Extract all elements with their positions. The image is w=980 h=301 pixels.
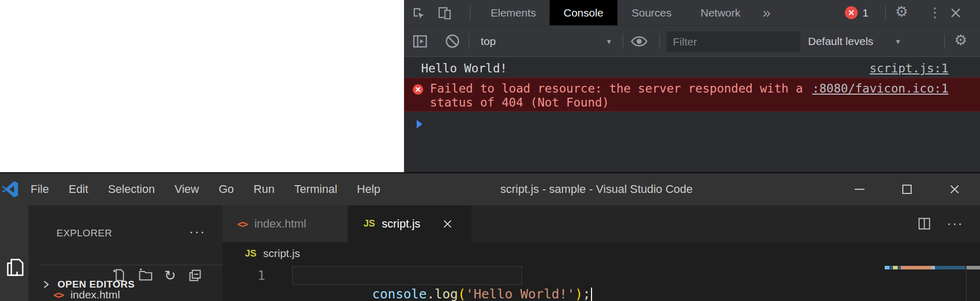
window-title: script.js - sample - Visual Studio Code (500, 173, 693, 205)
close-window-button[interactable] (943, 173, 967, 205)
line-number: 1 (254, 266, 265, 285)
error-badge-icon (845, 6, 858, 19)
error-message-line1: Failed to load resource: the server resp… (430, 82, 803, 95)
inspect-element-icon[interactable] (411, 6, 426, 20)
menu-selection[interactable]: Selection (98, 183, 165, 196)
console-settings-gear-icon[interactable]: ⚙ (954, 33, 967, 48)
error-count: 1 (862, 7, 869, 19)
refresh-icon[interactable]: ↻ (164, 268, 176, 282)
menu-edit[interactable]: Edit (59, 183, 98, 196)
html-file-icon: <> (53, 289, 63, 300)
minimap-separator (966, 266, 967, 301)
code-token-semicolon: ; (583, 287, 590, 301)
split-editor-icon[interactable] (917, 217, 931, 231)
close-icon (949, 184, 960, 195)
console-sidebar-icon[interactable] (412, 33, 428, 50)
new-file-icon[interactable] (111, 268, 126, 282)
menu-go[interactable]: Go (209, 183, 243, 196)
overview-ruler-marker[interactable] (967, 266, 980, 269)
new-folder-icon[interactable] (137, 268, 153, 282)
divider (623, 34, 623, 49)
explorer-more-actions-icon[interactable]: ··· (189, 224, 206, 240)
console-log-row: Hello World! script.js:1 (404, 57, 980, 78)
menu-terminal[interactable]: Terminal (284, 183, 347, 196)
collapse-all-icon[interactable] (188, 268, 202, 282)
device-toolbar-icon[interactable] (437, 5, 453, 21)
explorer-sidebar: EXPLORER ··· OPEN EDITORS SAMPLE ↻ <> in… (28, 205, 223, 301)
code-area[interactable]: 1 console.log('Hello World!'); (223, 265, 980, 301)
divider (659, 34, 660, 49)
explorer-files-icon[interactable] (2, 256, 25, 279)
minimize-icon (855, 189, 864, 190)
more-tabs-icon[interactable]: » (755, 0, 778, 25)
text-cursor (591, 288, 592, 301)
context-selector-dropdown[interactable]: top ▼ (477, 26, 616, 57)
devtools-tabbar: Elements Console Sources Network » 1 ⚙ ⋮ (404, 0, 980, 25)
minimize-button[interactable] (847, 173, 871, 205)
context-selector-value: top (481, 35, 496, 48)
tab-sources[interactable]: Sources (626, 0, 678, 25)
menubar: File Edit Selection View Go Run Terminal… (21, 173, 390, 205)
code-token-open-paren: ( (458, 287, 466, 301)
console-log-source-link[interactable]: script.js:1 (870, 62, 948, 75)
divider (885, 6, 886, 20)
tab-label: script.js (382, 217, 421, 231)
tab-elements[interactable]: Elements (484, 0, 542, 25)
error-source-link[interactable]: :8080/favicon.ico:1 (812, 82, 948, 95)
code-token-dot: . (427, 287, 435, 301)
console-messages: Hello World! script.js:1 Failed to load … (404, 57, 980, 172)
live-expression-eye-icon[interactable] (630, 35, 648, 48)
menu-view[interactable]: View (165, 183, 209, 196)
tab-index-html[interactable]: <> index.html (223, 205, 347, 242)
code-token-method: log (435, 287, 458, 301)
vscode-titlebar: File Edit Selection View Go Run Terminal… (0, 173, 980, 205)
file-item-index-html[interactable]: <> index.html (53, 289, 120, 301)
devtools-panel: Elements Console Sources Network » 1 ⚙ ⋮ (404, 0, 980, 172)
console-toolbar: top ▼ Filter Default levels ▼ ⚙ (404, 25, 980, 57)
vscode-window: File Edit Selection View Go Run Terminal… (0, 172, 980, 301)
code-token-string: 'Hello World!' (466, 287, 575, 301)
menu-file[interactable]: File (21, 183, 59, 196)
menu-run[interactable]: Run (244, 183, 284, 196)
settings-gear-icon[interactable]: ⚙ (895, 5, 908, 19)
browser-page (0, 0, 404, 172)
tab-network[interactable]: Network (692, 0, 749, 25)
more-actions-icon[interactable]: ··· (947, 216, 963, 232)
maximize-button[interactable] (895, 173, 919, 205)
explorer-header: EXPLORER (56, 228, 112, 239)
tab-console[interactable]: Console (550, 0, 617, 25)
error-circle-icon (412, 84, 424, 95)
kebab-menu-icon[interactable]: ⋮ (928, 6, 942, 19)
clear-console-icon[interactable] (444, 33, 460, 49)
console-prompt-chevron-icon[interactable] (414, 118, 425, 130)
chevron-down-icon: ▼ (895, 38, 901, 46)
code-line-1: console.log('Hello World!'); (294, 266, 592, 285)
error-count-badge[interactable]: 1 (845, 6, 869, 19)
explorer-actions: ↻ (111, 268, 202, 282)
log-levels-dropdown[interactable]: Default levels ▼ (808, 26, 901, 57)
maximize-icon (902, 185, 912, 194)
tab-label: index.html (254, 217, 306, 231)
js-file-icon: JS (245, 248, 256, 259)
breadcrumb[interactable]: JS script.js (223, 242, 980, 265)
screen: Elements Console Sources Network » 1 ⚙ ⋮ (0, 0, 980, 301)
divider (944, 34, 945, 49)
breadcrumb-file: script.js (263, 247, 300, 260)
vscode-logo-icon (1, 180, 19, 198)
log-levels-value: Default levels (808, 35, 873, 48)
editor-group: <> index.html JS script.js ··· JS script… (223, 205, 980, 301)
console-filter-input[interactable]: Filter (667, 32, 800, 52)
console-error-row: Failed to load resource: the server resp… (404, 78, 980, 112)
menu-help[interactable]: Help (347, 183, 390, 196)
editor-actions: ··· (917, 205, 963, 242)
divider (469, 34, 469, 49)
js-file-icon: JS (364, 218, 375, 229)
chevron-right-icon (41, 279, 51, 290)
close-tab-icon[interactable] (442, 219, 453, 229)
minimap-code-line[interactable] (885, 266, 965, 269)
section-divider (39, 265, 223, 265)
code-token-object: console (372, 287, 427, 301)
tab-script-js[interactable]: JS script.js (348, 205, 471, 242)
close-devtools-icon[interactable] (949, 6, 962, 20)
file-item-label: index.html (70, 289, 120, 301)
